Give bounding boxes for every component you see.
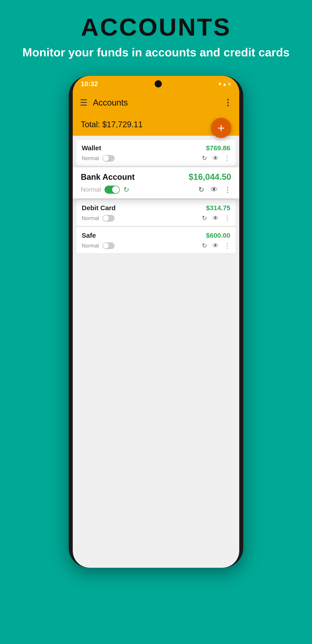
safe-eye-icon[interactable]: 👁 (212, 242, 219, 249)
bank-sync-icon[interactable]: ↻ (123, 185, 129, 194)
debit-more-icon[interactable]: ⋮ (224, 214, 230, 222)
bank-type-label: Normal (81, 186, 101, 193)
page-header: ACCOUNTS Monitor your funds in accounts … (0, 0, 312, 69)
bank-balance: $16,044.50 (189, 172, 231, 182)
debit-sync-icon[interactable]: ↻ (202, 214, 207, 222)
status-icons: ▾ ▴ ≡ (218, 80, 231, 88)
wallet-balance: $769.86 (206, 144, 230, 152)
safe-name: Safe (82, 232, 96, 239)
bank-toggle[interactable] (105, 186, 120, 194)
signal-icon: ▴ (223, 80, 226, 88)
content-area: Wallet $769.86 Normal ↻ 👁 ⋮ (73, 136, 239, 258)
debit-name: Debit Card (82, 204, 116, 212)
wallet-eye-icon[interactable]: 👁 (212, 154, 219, 162)
status-camera (155, 80, 162, 88)
more-menu-icon[interactable]: ⋮ (224, 98, 232, 108)
account-card-debit: Debit Card $314.75 Normal ↻ 👁 ⋮ (76, 200, 236, 226)
phone-frame: 10:32 ▾ ▴ ≡ ☰ Accounts ⋮ Total: $17,729.… (69, 76, 243, 568)
fab-button[interactable]: + (211, 118, 231, 138)
safe-balance: $600.00 (206, 232, 230, 239)
wifi-icon: ▾ (218, 80, 221, 88)
app-bar: ☰ Accounts ⋮ (73, 92, 239, 113)
page-title: ACCOUNTS (0, 14, 312, 40)
safe-type-label: Normal (82, 242, 99, 249)
debit-balance: $314.75 (206, 204, 230, 212)
account-card-safe: Safe $600.00 Normal ↻ 👁 ⋮ (76, 227, 236, 253)
account-card-bank: Bank Account $16,044.50 Normal ↻ ↻ 👁 ⋮ (73, 167, 239, 198)
status-time: 10:32 (81, 80, 98, 88)
safe-sync-icon[interactable]: ↻ (202, 242, 207, 249)
safe-toggle[interactable] (103, 242, 115, 249)
battery-icon: ≡ (228, 80, 231, 88)
wallet-toggle[interactable] (103, 155, 115, 162)
wallet-sync-icon[interactable]: ↻ (202, 154, 207, 162)
debit-type-label: Normal (82, 215, 99, 222)
safe-more-icon[interactable]: ⋮ (224, 242, 230, 249)
wallet-name: Wallet (82, 144, 101, 152)
phone-screen: 10:32 ▾ ▴ ≡ ☰ Accounts ⋮ Total: $17,729.… (73, 76, 239, 568)
page-subtitle: Monitor your funds in accounts and credi… (0, 44, 312, 60)
debit-toggle[interactable] (103, 215, 115, 222)
wallet-type-label: Normal (82, 155, 99, 162)
bank-repeat-icon[interactable]: ↻ (198, 185, 204, 194)
status-bar: 10:32 ▾ ▴ ≡ (73, 76, 239, 92)
account-card-wallet: Wallet $769.86 Normal ↻ 👁 ⋮ (76, 140, 236, 166)
bank-name: Bank Account (81, 172, 135, 182)
bank-more-icon[interactable]: ⋮ (224, 185, 231, 194)
bank-eye-icon[interactable]: 👁 (211, 186, 218, 194)
debit-eye-icon[interactable]: 👁 (212, 214, 219, 222)
total-bar: Total: $17,729.11 + (73, 113, 239, 136)
total-label: Total: $17,729.11 (81, 120, 143, 129)
hamburger-icon[interactable]: ☰ (80, 98, 88, 108)
wallet-more-icon[interactable]: ⋮ (224, 154, 230, 162)
app-bar-title: Accounts (93, 98, 128, 108)
